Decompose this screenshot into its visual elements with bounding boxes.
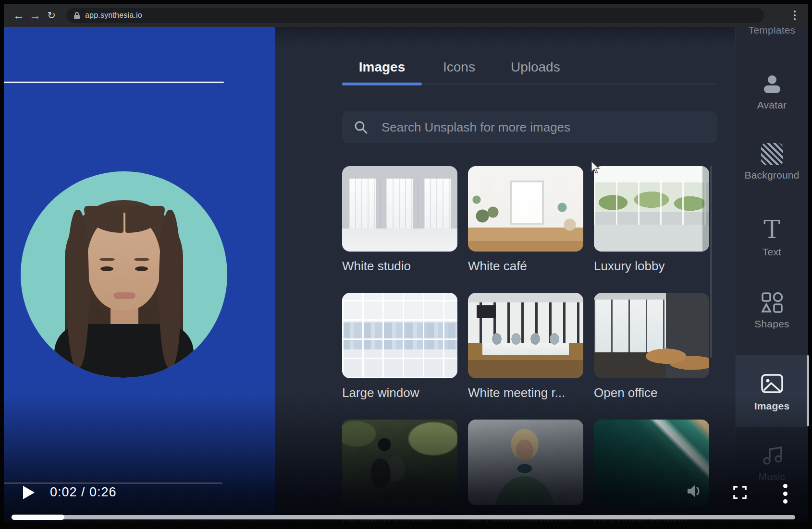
- tab-images[interactable]: Images: [342, 58, 422, 84]
- search-input[interactable]: [381, 120, 705, 135]
- screenshot-stage: ← → ↻ app.synthesia.io: [0, 0, 812, 529]
- image-card[interactable]: Large window: [342, 293, 457, 400]
- slide-line-top: [4, 82, 224, 83]
- time-display: 0:02 / 0:26: [50, 485, 117, 500]
- image-card-label: Large window: [342, 385, 457, 400]
- image-grid: White studio White café Luxury lobby Lar…: [342, 166, 709, 522]
- person-icon: [761, 73, 783, 95]
- seek-bar-track[interactable]: [12, 515, 795, 519]
- fullscreen-icon[interactable]: [732, 485, 748, 500]
- search-bar[interactable]: [342, 111, 717, 143]
- sidebar-item-label: Music: [759, 471, 786, 482]
- sidebar-item-shapes[interactable]: Shapes: [736, 292, 808, 330]
- tab-icons[interactable]: Icons: [443, 58, 475, 84]
- image-card-label: Open office: [594, 385, 709, 400]
- sidebar-item-label: Avatar: [757, 99, 787, 111]
- image-thumbnail[interactable]: [468, 420, 583, 505]
- padlock-icon: [74, 12, 80, 19]
- reload-icon[interactable]: ↻: [43, 4, 60, 27]
- image-thumbnail[interactable]: [342, 420, 457, 505]
- image-card-label: White meeting r...: [468, 385, 583, 400]
- sidebar-item-music[interactable]: Music: [736, 443, 808, 482]
- seek-bar-played[interactable]: [12, 515, 64, 520]
- image-icon: [760, 371, 785, 396]
- avatar-portrait: [21, 171, 227, 378]
- media-library-panel: Images Icons Uploads White studio Wh: [275, 27, 735, 522]
- image-thumbnail[interactable]: [342, 293, 457, 378]
- image-card-label: White café: [468, 258, 583, 274]
- sidebar-item-images[interactable]: Images: [736, 355, 808, 427]
- image-thumbnail[interactable]: [342, 166, 457, 252]
- play-button[interactable]: [23, 486, 35, 499]
- image-thumbnail[interactable]: [594, 293, 709, 378]
- sidebar-item-text[interactable]: T Text: [736, 217, 808, 258]
- volume-icon[interactable]: [686, 483, 703, 499]
- tab-uploads[interactable]: Uploads: [511, 58, 560, 84]
- sidebar-scrollbar[interactable]: [807, 355, 809, 426]
- search-icon: [354, 120, 368, 134]
- sidebar-item-background[interactable]: Background: [736, 143, 808, 181]
- tool-sidebar: Templates Avatar Background T Text Shape…: [735, 27, 808, 522]
- image-thumbnail[interactable]: [468, 166, 583, 252]
- sidebar-item-label: Text: [763, 246, 781, 258]
- image-card[interactable]: White meeting r...: [468, 293, 583, 400]
- back-icon[interactable]: ←: [11, 4, 27, 27]
- serif-T-icon: T: [763, 217, 780, 242]
- sidebar-item-avatar[interactable]: Avatar: [736, 73, 808, 111]
- image-card[interactable]: White café: [468, 166, 583, 274]
- sidebar-item-label: Shapes: [754, 318, 789, 330]
- grid-scrollbar[interactable]: [710, 166, 712, 358]
- image-card-label: Luxury lobby: [594, 258, 709, 274]
- sidebar-item-label: Background: [744, 169, 799, 181]
- url-text: app.synthesia.io: [85, 11, 142, 20]
- image-card[interactable]: White studio: [342, 166, 457, 274]
- diagonal-stripes-icon: [761, 143, 783, 165]
- image-thumbnail[interactable]: [468, 293, 583, 378]
- media-tabs: Images Icons Uploads: [342, 58, 716, 84]
- address-bar[interactable]: app.synthesia.io: [66, 8, 764, 23]
- slide-canvas: [4, 27, 275, 522]
- image-card[interactable]: by Wasa Crispbr...: [342, 420, 457, 522]
- image-card[interactable]: Open office: [594, 293, 709, 400]
- image-card-label: White studio: [342, 258, 457, 274]
- image-thumbnail[interactable]: [594, 166, 709, 252]
- browser-menu-icon[interactable]: [789, 11, 800, 20]
- sidebar-item-label: Images: [754, 400, 790, 412]
- image-card[interactable]: by Louise Burton: [594, 420, 709, 522]
- image-card[interactable]: Luxury lobby: [594, 166, 709, 274]
- image-card[interactable]: by Zarina Iskarova: [468, 420, 583, 522]
- slide-line-bottom: [4, 482, 222, 484]
- music-note-icon: [760, 443, 784, 467]
- browser-toolbar: ← → ↻ app.synthesia.io: [4, 4, 808, 27]
- forward-icon[interactable]: →: [27, 4, 43, 27]
- player-menu-icon[interactable]: [783, 484, 787, 504]
- shapes-icon: [761, 292, 784, 314]
